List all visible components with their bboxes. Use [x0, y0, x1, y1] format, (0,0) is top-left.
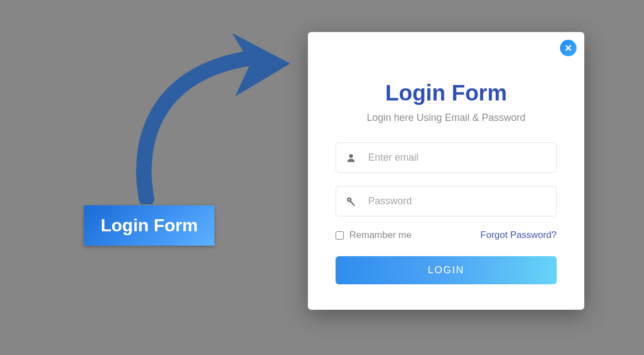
options-row: Remamber me Forgot Password? — [336, 230, 557, 241]
password-input-group — [336, 186, 557, 216]
close-button[interactable]: ✕ — [560, 40, 577, 56]
svg-point-2 — [348, 199, 350, 200]
login-submit-button[interactable]: LOGIN — [336, 256, 557, 284]
key-icon — [345, 196, 357, 207]
login-modal: ✕ Login Form Login here Using Email & Pa… — [308, 32, 584, 310]
password-input[interactable] — [336, 186, 557, 216]
modal-subtitle: Login here Using Email & Password — [336, 112, 557, 124]
remember-me-checkbox[interactable] — [336, 231, 344, 240]
svg-point-0 — [349, 154, 353, 158]
remember-me-group: Remamber me — [336, 230, 411, 241]
login-form-trigger-button[interactable]: Login Form — [84, 205, 214, 246]
email-input[interactable] — [336, 142, 557, 173]
close-icon: ✕ — [564, 43, 572, 54]
forgot-password-link[interactable]: Forgot Password? — [480, 230, 557, 241]
remember-me-label: Remamber me — [349, 230, 411, 241]
modal-title: Login Form — [336, 81, 557, 105]
decorative-arrow — [124, 28, 296, 204]
email-input-group — [336, 142, 557, 173]
user-icon — [345, 152, 357, 163]
